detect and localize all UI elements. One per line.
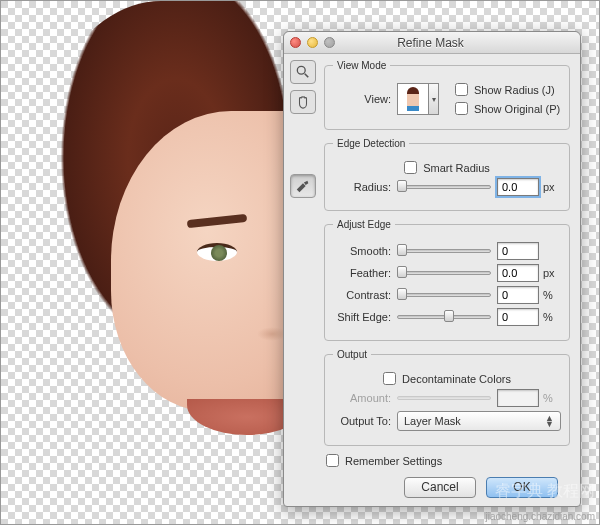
output-to-select[interactable]: Layer Mask ▲▼: [397, 411, 561, 431]
adjust-edge-legend: Adjust Edge: [333, 219, 395, 230]
feather-unit: px: [543, 267, 561, 279]
feather-slider[interactable]: [397, 266, 491, 280]
hand-tool[interactable]: [290, 90, 316, 114]
radius-slider[interactable]: [397, 180, 491, 194]
smart-radius-label: Smart Radius: [423, 162, 490, 174]
titlebar: Refine Mask: [284, 32, 580, 54]
output-to-label: Output To:: [333, 415, 391, 427]
show-original-checkbox[interactable]: Show Original (P): [455, 102, 560, 115]
brush-icon: [295, 179, 311, 193]
edge-detection-legend: Edge Detection: [333, 138, 409, 149]
remember-settings-label: Remember Settings: [345, 455, 442, 467]
smooth-field[interactable]: [497, 242, 539, 260]
radius-unit: px: [543, 181, 561, 193]
edge-detection-section: Edge Detection Smart Radius Radius: px: [324, 138, 570, 211]
contrast-label: Contrast:: [333, 289, 391, 301]
feather-label: Feather:: [333, 267, 391, 279]
view-mode-dropdown[interactable]: ▾: [429, 83, 439, 115]
magnifier-icon: [296, 65, 310, 79]
smooth-slider[interactable]: [397, 244, 491, 258]
view-mode-swatch[interactable]: [397, 83, 429, 115]
refine-mask-dialog: Refine Mask View Mode View: ▾: [283, 31, 581, 507]
view-label: View:: [333, 93, 391, 105]
shift-edge-label: Shift Edge:: [333, 311, 391, 323]
radius-label: Radius:: [333, 181, 391, 193]
adjust-edge-section: Adjust Edge Smooth: Feather: px Contrast…: [324, 219, 570, 341]
dialog-title: Refine Mask: [335, 36, 574, 50]
amount-label: Amount:: [333, 392, 391, 404]
svg-line-1: [305, 74, 309, 78]
svg-point-0: [297, 66, 305, 74]
output-section: Output Decontaminate Colors Amount: % Ou…: [324, 349, 570, 446]
output-legend: Output: [333, 349, 371, 360]
contrast-slider[interactable]: [397, 288, 491, 302]
decontaminate-label: Decontaminate Colors: [402, 373, 511, 385]
remember-settings-checkbox[interactable]: Remember Settings: [326, 454, 570, 467]
window-zoom-button: [324, 37, 335, 48]
show-radius-checkbox[interactable]: Show Radius (J): [455, 83, 560, 96]
refine-radius-tool[interactable]: [290, 174, 316, 198]
watermark-logo: 睿字典 教程网: [495, 481, 595, 502]
view-mode-legend: View Mode: [333, 60, 390, 71]
amount-slider: [397, 391, 491, 405]
amount-unit: %: [543, 392, 561, 404]
contrast-field[interactable]: [497, 286, 539, 304]
watermark-url: jiaocheng.chazidian.com: [485, 511, 595, 522]
output-to-value: Layer Mask: [404, 415, 461, 427]
shift-edge-unit: %: [543, 311, 561, 323]
feather-field[interactable]: [497, 264, 539, 282]
updown-icon: ▲▼: [545, 415, 554, 427]
smart-radius-checkbox[interactable]: Smart Radius: [404, 161, 490, 174]
contrast-unit: %: [543, 289, 561, 301]
radius-field[interactable]: [497, 178, 539, 196]
shift-edge-field[interactable]: [497, 308, 539, 326]
hand-icon: [296, 95, 310, 109]
smooth-label: Smooth:: [333, 245, 391, 257]
show-original-label: Show Original (P): [474, 103, 560, 115]
show-radius-label: Show Radius (J): [474, 84, 555, 96]
window-minimize-button[interactable]: [307, 37, 318, 48]
zoom-tool[interactable]: [290, 60, 316, 84]
view-mode-section: View Mode View: ▾ Show Radius (J) Show O…: [324, 60, 570, 130]
amount-field: [497, 389, 539, 407]
canvas-photo: [1, 1, 301, 525]
cancel-button[interactable]: Cancel: [404, 477, 476, 498]
shift-edge-slider[interactable]: [397, 310, 491, 324]
window-close-button[interactable]: [290, 37, 301, 48]
decontaminate-checkbox[interactable]: Decontaminate Colors: [383, 372, 511, 385]
